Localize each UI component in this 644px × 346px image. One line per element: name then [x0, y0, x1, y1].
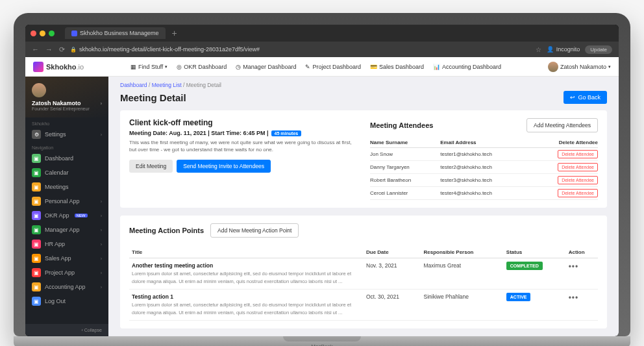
star-icon[interactable]: ☆	[536, 46, 541, 53]
sidebar-item-hr-app[interactable]: ▣HR App›	[25, 237, 108, 251]
sidebar-item-dashboard[interactable]: ▣Dashboard	[25, 151, 108, 166]
sidebar-item-label: Accounting App	[45, 284, 86, 290]
sidebar-item-personal-app[interactable]: ▣Personal App›	[25, 194, 108, 208]
grid-icon: ▦	[130, 64, 136, 70]
avatar-icon	[32, 83, 46, 97]
status-badge: COMPLETED	[506, 262, 543, 270]
delete-attendee-button[interactable]: Delete Attendee	[558, 189, 598, 197]
chevron-right-icon: ›	[101, 256, 102, 261]
new-tab-button[interactable]: +	[172, 28, 177, 38]
sidebar-item-label: Project App	[45, 269, 75, 276]
chevron-right-icon: ›	[101, 242, 102, 247]
gauge-icon: ◷	[236, 64, 241, 70]
collapse-button[interactable]: ‹ Collapse	[25, 324, 108, 336]
app-icon: ▣	[32, 268, 41, 277]
app-icon: ▣	[32, 182, 41, 192]
sidebar-item-log-out[interactable]: ▣Log Out	[25, 294, 108, 308]
gear-icon: ⚙	[32, 130, 41, 139]
sidebar-item-meetings[interactable]: ▣Meetings	[25, 180, 108, 194]
breadcrumb-link[interactable]: Meeting List	[152, 82, 182, 88]
sidebar-item-calendar[interactable]: ▣Calendar	[25, 166, 108, 180]
col-email: Email Address	[440, 138, 529, 148]
delete-attendee-button[interactable]: Delete Attendee	[558, 176, 598, 184]
okr-label: OKR Dashboard	[184, 64, 227, 70]
chevron-right-icon: ›	[101, 199, 102, 204]
add-action-point-button[interactable]: Add New Meeting Action Point	[210, 223, 299, 238]
nav-reload-icon[interactable]: ⟳	[59, 45, 65, 54]
sidebar-item-project-app[interactable]: ▣Project App›	[25, 266, 108, 280]
sidebar-section-label: Skhokho	[25, 117, 108, 127]
sales-dashboard-link[interactable]: 💳Sales Dashboard	[370, 64, 424, 70]
sidebar-item-okr-app[interactable]: ▣OKR AppNEW›	[25, 208, 108, 223]
nav-fwd-icon[interactable]: →	[45, 45, 53, 54]
action-points-table: Title Due Date Responsible Person Status…	[129, 247, 598, 321]
brand-logo[interactable]: Skhokho.io	[33, 62, 84, 72]
share-icon: ↩	[570, 94, 575, 101]
target-icon: ◎	[177, 64, 182, 70]
brand-suffix: .io	[76, 63, 84, 71]
more-actions-button[interactable]: •••	[569, 262, 579, 271]
sidebar-item-sales-app[interactable]: ▣Sales App›	[25, 251, 108, 266]
action-resp: Maximus Great	[421, 258, 504, 290]
app-icon: ▣	[32, 297, 41, 306]
chevron-right-icon: ›	[101, 271, 102, 275]
laptop-label: MacBook	[14, 336, 630, 346]
user-menu[interactable]: Zatosh Nakamoto ▾	[548, 62, 611, 72]
attendees-title: Meeting Attendees	[370, 121, 433, 129]
lock-icon: 🔒	[70, 47, 77, 53]
accounting-label: Accounting Dashboard	[442, 64, 501, 70]
manager-dashboard-link[interactable]: ◷Manager Dashboard	[236, 64, 296, 70]
app-icon: ▣	[32, 154, 41, 163]
sidebar-item-settings[interactable]: ⚙ Settings ›	[25, 127, 108, 142]
nav-back-icon[interactable]: ←	[32, 45, 39, 54]
send-invite-button[interactable]: Send Meeting Invite to Attendees	[177, 160, 271, 173]
sidebar-item-manager-app[interactable]: ▣Manager App›	[25, 223, 108, 237]
main-content: Dashboard / Meeting List / Meeting Detai…	[108, 77, 619, 336]
project-label: Project Dashboard	[312, 64, 361, 70]
window-min-icon[interactable]	[40, 31, 45, 36]
edit-meeting-button[interactable]: Edit Meeting	[129, 160, 173, 173]
col-status: Status	[504, 247, 566, 258]
col-due: Due Date	[364, 247, 421, 258]
accounting-dashboard-link[interactable]: 📊Accounting Dashboard	[433, 64, 501, 70]
window-close-icon[interactable]	[31, 31, 36, 36]
incognito-icon: 👤	[547, 46, 554, 53]
sidebar-item-label: Personal App	[45, 198, 80, 204]
project-dashboard-link[interactable]: ✎Project Dashboard	[305, 64, 361, 70]
action-due: Nov. 3, 2021	[364, 258, 421, 290]
chevron-right-icon: ›	[101, 214, 102, 218]
delete-attendee-button[interactable]: Delete Attendee	[558, 150, 598, 158]
sidebar-item-label: Log Out	[45, 298, 66, 304]
find-stuff-menu[interactable]: ▦Find Stuff▾	[130, 64, 167, 70]
chevron-right-icon: ›	[101, 101, 102, 106]
attendee-email: tester1@skhokho.tech	[440, 148, 529, 161]
more-actions-button[interactable]: •••	[569, 293, 579, 303]
sales-label: Sales Dashboard	[379, 64, 424, 70]
sidebar-profile[interactable]: Zatosh Nakamoto› Founder Serial Entrepre…	[25, 77, 108, 117]
url-field[interactable]: 🔒 skhokho.io/meeting-detail/client-kick-…	[70, 46, 530, 53]
attendee-email: tester4@skhokho.tech	[440, 187, 529, 200]
action-point-row: Another testing meeting actionLorem ipsu…	[129, 258, 598, 290]
breadcrumb-link[interactable]: Dashboard	[120, 82, 147, 88]
window-max-icon[interactable]	[49, 31, 55, 36]
sidebar: Zatosh Nakamoto› Founder Serial Entrepre…	[25, 77, 108, 336]
duration-badge: 45 minutes	[271, 130, 302, 136]
page-title: Meeting Detail	[120, 92, 186, 103]
laptop-base: MacBook	[14, 336, 630, 346]
action-title: Another testing meeting action	[132, 262, 361, 269]
collapse-label: Collapse	[84, 328, 102, 332]
go-back-button[interactable]: ↩Go Back	[564, 91, 607, 104]
browser-tab[interactable]: Skhokho Business Manageme	[65, 27, 166, 39]
okr-dashboard-link[interactable]: ◎OKR Dashboard	[177, 64, 227, 70]
action-desc: Lorem ipsum dolor sit amet, consectetur …	[132, 302, 351, 315]
logo-icon	[33, 62, 43, 72]
add-attendees-button[interactable]: Add Meeting Attendees	[526, 118, 598, 132]
col-name: Name Surname	[370, 138, 440, 148]
app-icon: ▣	[32, 197, 41, 206]
attendee-row: Danny Targaryentester2@skhokho.techDelet…	[370, 161, 598, 174]
sidebar-item-accounting-app[interactable]: ▣Accounting App›	[25, 280, 108, 294]
new-badge: NEW	[75, 214, 88, 217]
sidebar-user-name: Zatosh Nakamoto	[32, 100, 81, 106]
update-button[interactable]: Update	[585, 45, 612, 54]
delete-attendee-button[interactable]: Delete Attendee	[558, 163, 598, 171]
